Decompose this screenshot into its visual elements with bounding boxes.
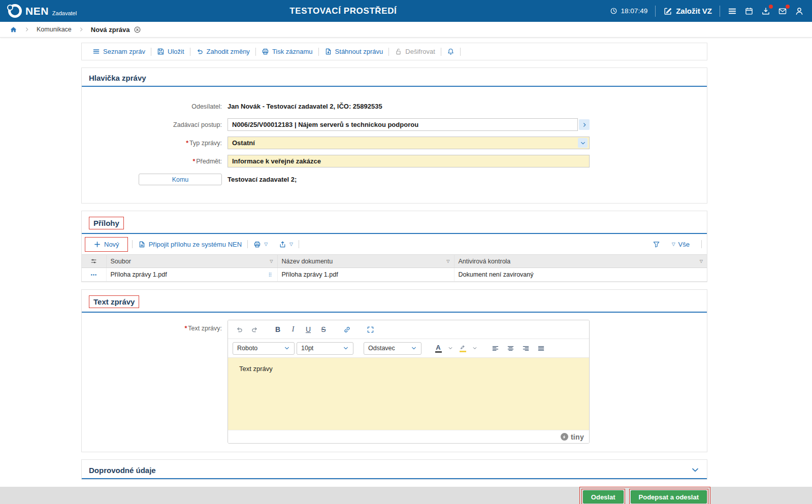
clock-icon <box>610 7 618 15</box>
row-menu-button[interactable] <box>90 271 98 279</box>
home-button[interactable] <box>10 26 17 33</box>
list-icon <box>92 48 100 55</box>
chevron-down-icon <box>691 465 700 475</box>
tinymce-logo-icon <box>561 433 568 441</box>
chevron-down-icon <box>472 346 477 351</box>
show-all-button[interactable]: ▽ Vše <box>666 241 695 248</box>
attachment-antivirus-status: Dokument není zavirovaný <box>454 268 707 282</box>
expand-section-button[interactable] <box>691 465 700 475</box>
toolbar-download-message-button[interactable]: Stáhnout zprávu <box>319 48 389 55</box>
column-header-antivirus[interactable]: Antivirová kontrola▽ <box>454 255 707 268</box>
attachment-row[interactable]: Příloha zprávy 1.pdf Příloha zprávy 1.pd… <box>82 268 707 282</box>
nen-logo[interactable]: NEN Zadavatel <box>8 4 77 18</box>
toolbar-notifications-button[interactable] <box>441 48 460 55</box>
subject-input[interactable] <box>228 155 590 167</box>
fullscreen-button[interactable] <box>364 323 377 336</box>
table-settings-icon[interactable] <box>90 257 98 265</box>
main-content: Seznam zpráv Uložit Zahodit změny Tisk z… <box>81 43 707 480</box>
font-size-select[interactable]: 10pt <box>297 342 353 355</box>
record-toolbar: Seznam zpráv Uložit Zahodit změny Tisk z… <box>81 43 707 60</box>
annotation-box: Odeslat <box>581 489 625 504</box>
main-menu-button[interactable] <box>728 7 737 16</box>
undo-icon <box>236 326 243 333</box>
topbar-actions: 18:07:49 Založit VZ <box>610 6 804 17</box>
messages-button[interactable] <box>778 7 787 16</box>
undo-icon <box>196 48 204 55</box>
tinymce-brand: tiny <box>571 433 584 441</box>
divider <box>299 240 299 248</box>
redo-icon <box>251 326 258 333</box>
underline-button[interactable]: U <box>302 323 315 336</box>
new-attachment-button[interactable]: Nový <box>88 241 125 248</box>
attachment-file-name: Příloha zprávy 1.pdf <box>111 271 167 278</box>
attachments-filter-area: ▽ Vše <box>653 240 704 248</box>
sign-and-send-button[interactable]: Podepsat a odeslat <box>631 490 707 503</box>
server-time: 18:07:49 <box>610 7 648 15</box>
print-icon <box>262 48 269 55</box>
dropdown-triangle-icon: ▽ <box>672 242 675 247</box>
message-type-select[interactable]: Ostatní <box>228 137 590 149</box>
block-format-select[interactable]: Odstavec <box>364 342 421 355</box>
link-icon <box>343 326 351 333</box>
align-left-button[interactable] <box>489 342 502 355</box>
notification-badge <box>769 5 773 9</box>
divider <box>701 240 702 248</box>
align-right-button[interactable] <box>519 342 532 355</box>
editor-toolbar-row2: Roboto 10pt Odstavec A <box>228 339 589 358</box>
bold-button[interactable]: B <box>271 323 284 336</box>
column-filter-icon[interactable]: ▽ <box>270 259 273 263</box>
unlock-icon <box>395 48 402 55</box>
drag-handle-icon[interactable] <box>267 272 273 278</box>
calendar-button[interactable] <box>744 7 754 16</box>
strikethrough-button[interactable]: S <box>317 323 330 336</box>
undo-button[interactable] <box>233 323 246 336</box>
row-menu-dots-icon <box>90 271 98 279</box>
section-header: Přílohy <box>82 211 707 234</box>
column-filter-icon[interactable]: ▽ <box>446 259 449 263</box>
align-center-button[interactable] <box>504 342 517 355</box>
section-attachments: Přílohy Nový Připojit přílohu ze systému… <box>81 211 707 282</box>
italic-button[interactable]: I <box>286 323 300 336</box>
column-header-file[interactable]: Soubor▽ <box>106 255 277 268</box>
align-justify-button[interactable] <box>534 342 547 355</box>
divider <box>720 6 720 17</box>
downloads-button[interactable] <box>761 7 770 16</box>
editor-content-area[interactable]: Text zprávy <box>228 358 589 430</box>
redo-button[interactable] <box>248 323 261 336</box>
chevron-down-icon[interactable] <box>578 138 588 148</box>
user-icon <box>795 7 804 16</box>
print-attachments-button[interactable]: ▽ <box>248 241 273 248</box>
export-icon <box>279 241 286 248</box>
toolbar-discard-button[interactable]: Zahodit změny <box>190 48 255 55</box>
highlight-color-menu-button[interactable] <box>471 342 478 355</box>
page-title: Nová zpráva <box>91 26 130 33</box>
highlight-color-button[interactable] <box>456 342 469 355</box>
attach-from-nen-button[interactable]: Připojit přílohu ze systému NEN <box>133 241 248 248</box>
recipients-button[interactable]: Komu <box>139 174 222 185</box>
toolbar-message-list-button[interactable]: Seznam zpráv <box>87 48 151 55</box>
home-icon <box>10 26 17 33</box>
arrow-right-icon <box>581 122 588 128</box>
text-color-button[interactable]: A <box>432 342 445 355</box>
nen-logo-icon <box>8 4 22 18</box>
text-color-menu-button[interactable] <box>447 342 454 355</box>
toolbar-print-button[interactable]: Tisk záznamu <box>256 48 318 55</box>
close-page-button[interactable] <box>134 26 141 33</box>
print-icon <box>253 241 261 248</box>
procedure-field[interactable]: N006/25/V00012183 | Nájem serverů s tech… <box>228 118 578 131</box>
highlighter-icon <box>460 344 466 350</box>
breadcrumb-komunikace[interactable]: Komunikace <box>37 26 72 33</box>
message-text-label: *Text zprávy: <box>82 320 228 444</box>
toolbar-save-button[interactable]: Uložit <box>151 48 190 55</box>
insert-link-button[interactable] <box>340 323 353 336</box>
create-vz-button[interactable]: Založit VZ <box>663 7 712 16</box>
font-family-select[interactable]: Roboto <box>233 342 295 355</box>
attach-document-icon <box>138 241 146 248</box>
profile-button[interactable] <box>795 7 804 16</box>
export-attachments-button[interactable]: ▽ <box>273 241 299 248</box>
send-button[interactable]: Odeslat <box>583 490 624 503</box>
column-filter-icon[interactable]: ▽ <box>700 259 703 263</box>
filter-button[interactable] <box>653 241 660 248</box>
procedure-open-button[interactable] <box>579 119 590 130</box>
column-header-doc-name[interactable]: Název dokumentu▽ <box>277 255 454 268</box>
